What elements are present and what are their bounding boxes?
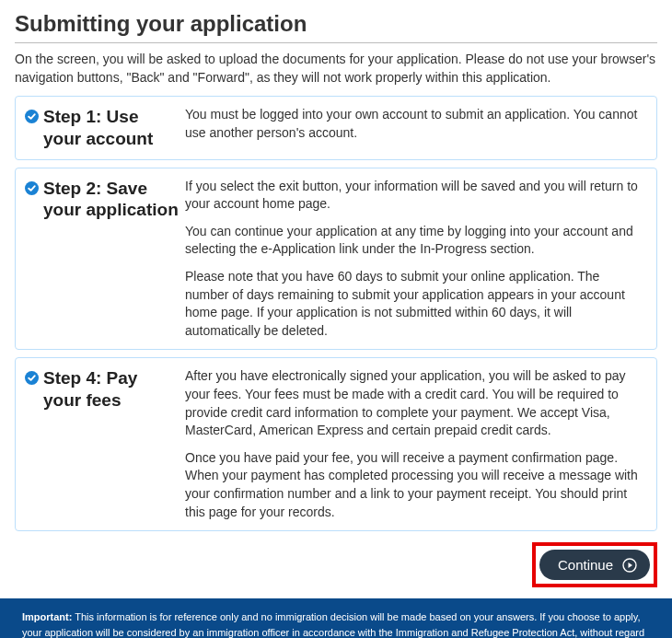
step-left: Step 4: Pay your fees [25, 367, 180, 521]
important-text: This information is for reference only a… [22, 611, 644, 638]
important-box: Important: This information is for refer… [0, 598, 672, 638]
step-paragraph: You can continue your application at any… [185, 223, 643, 259]
step-left: Step 1: Use your account [25, 106, 180, 150]
continue-highlight: Continue [532, 542, 657, 587]
step-heading: Step 4: Pay your fees [43, 367, 180, 412]
important-label: Important: [22, 611, 72, 622]
page-content: Submitting your application On the scree… [0, 0, 672, 595]
step-paragraph: After you have electronically signed you… [185, 367, 643, 439]
step-box-4: Step 4: Pay your fees After you have ele… [15, 357, 657, 531]
step-left: Step 2: Save your application [25, 178, 180, 341]
footer: Important: This information is for refer… [0, 598, 672, 638]
page-title: Submitting your application [15, 11, 657, 37]
step-box-2: Step 2: Save your application If you sel… [15, 168, 657, 351]
play-circle-icon [622, 558, 637, 573]
continue-label: Continue [558, 557, 613, 573]
continue-row: Continue [15, 539, 657, 595]
title-rule [15, 42, 657, 43]
step-paragraph: You must be logged into your own account… [185, 106, 643, 142]
check-icon [25, 106, 41, 126]
continue-button[interactable]: Continue [539, 550, 650, 580]
step-paragraph: If you select the exit button, your info… [185, 178, 643, 214]
intro-text: On the screen, you will be asked to uplo… [15, 51, 657, 87]
step-body: After you have electronically signed you… [185, 367, 643, 521]
step-heading: Step 1: Use your account [43, 106, 180, 150]
step-body: If you select the exit button, your info… [185, 178, 643, 341]
step-paragraph: Please note that you have 60 days to sub… [185, 268, 643, 340]
step-heading: Step 2: Save your application [43, 178, 180, 222]
check-icon [25, 367, 41, 388]
step-box-1: Step 1: Use your account You must be log… [15, 96, 657, 160]
check-icon [25, 178, 41, 198]
step-body: You must be logged into your own account… [185, 106, 643, 150]
step-paragraph: Once you have paid your fee, you will re… [185, 449, 643, 521]
